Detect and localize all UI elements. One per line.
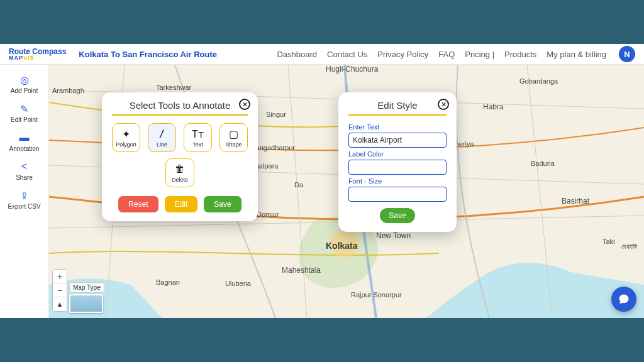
map-label-bengali: দেৱহাটা	[621, 243, 637, 251]
map-label-gobardanga: Gobardanga	[519, 77, 558, 85]
edit-style-panel: ✕ Edit Style Enter Text Label Color Font…	[338, 92, 457, 232]
tool-line[interactable]: 〳 Line	[148, 123, 176, 152]
sidebar-item-label: Edit Point	[11, 116, 38, 123]
tool-label: Polygon	[116, 141, 136, 148]
avatar[interactable]: N	[619, 46, 635, 62]
annotate-tools-panel: ✕ Select Tools to Annotate ✦ Polygon 〳 L…	[102, 92, 258, 221]
sidebar-item-label: Add Point	[11, 87, 38, 94]
map-label-newtown: New Town	[376, 231, 411, 240]
brand-logo[interactable]: Route Compass MAPVIS	[9, 48, 66, 61]
enter-text-label: Enter Text	[348, 123, 447, 131]
brand-subtitle: MAPVIS	[9, 55, 66, 61]
text-icon: Tᴛ	[192, 128, 204, 140]
close-icon[interactable]: ✕	[438, 99, 449, 110]
tool-text[interactable]: Tᴛ Text	[184, 123, 212, 152]
chat-icon	[618, 293, 630, 305]
top-nav: Route Compass MAPVIS Kolkata To San Fran…	[0, 44, 644, 65]
map-label-tarkeshwar: Tarkeshwar	[156, 84, 191, 91]
trash-icon: 🗑	[175, 163, 185, 175]
sidebar-share[interactable]: < Share	[16, 161, 33, 181]
tool-label: Shape	[225, 141, 242, 148]
close-icon[interactable]: ✕	[239, 99, 250, 110]
target-icon: ◎	[20, 74, 29, 85]
map-label-baduria: Baduria	[531, 160, 555, 167]
nav-faq[interactable]: FAQ	[438, 50, 455, 59]
save-button[interactable]: Save	[204, 196, 241, 212]
export-icon: ⇪	[20, 190, 28, 201]
sidebar-edit-point[interactable]: ✎ Edit Point	[11, 103, 38, 123]
map-label-maheshtala: Maheshtala	[282, 266, 321, 275]
sidebar-export-csv[interactable]: ⇪ Export CSV	[8, 190, 40, 210]
tool-label: Delete	[172, 177, 188, 183]
map-label-rajpur: Rajpur Sonarpur	[351, 291, 402, 299]
map-label-hugli: Hugli-Chuchura	[326, 65, 378, 74]
style-save-button[interactable]: Save	[380, 208, 414, 223]
sidebar-item-label: Share	[16, 174, 33, 181]
panel-title: Edit Style	[348, 100, 447, 116]
nav-pricing[interactable]: Pricing |	[465, 50, 494, 59]
page-title: Kolkata To San Francisco Air Route	[79, 50, 217, 59]
pencil-icon: ✎	[20, 103, 28, 114]
left-sidebar: ◎ Add Point ✎ Edit Point ▬ Annotation < …	[0, 65, 49, 318]
map-label-arambagh: Arambagh	[52, 87, 84, 94]
nav-privacy[interactable]: Privacy Policy	[377, 50, 428, 59]
sidebar-item-label: Annotation	[9, 145, 40, 152]
map-label-kolkata: Kolkata	[326, 241, 358, 251]
nav-dashboard[interactable]: Dashboard	[277, 50, 317, 59]
comment-icon: ▬	[19, 132, 29, 143]
shape-icon: ▢	[229, 128, 238, 140]
map-label-domjur: Domjur	[257, 211, 279, 218]
tool-delete[interactable]: 🗑 Delete	[165, 158, 194, 187]
map-label-taki: Taki	[602, 238, 615, 245]
label-color-input[interactable]	[348, 160, 447, 175]
share-icon: <	[21, 161, 27, 172]
nav-plan[interactable]: My plan & billing	[547, 50, 606, 59]
text-input[interactable]	[348, 133, 447, 148]
sidebar-item-label: Export CSV	[8, 203, 40, 210]
zoom-in-button[interactable]: +	[53, 270, 67, 283]
reset-button[interactable]: Reset	[118, 196, 158, 212]
zoom-controls: + − ▲	[52, 269, 67, 312]
north-arrow-button[interactable]: ▲	[53, 297, 67, 311]
map-label-da: Da	[294, 181, 303, 189]
tool-polygon[interactable]: ✦ Polygon	[112, 123, 140, 152]
map-type-toggle[interactable]: Map Type	[69, 282, 104, 293]
basemap-thumbnail[interactable]	[69, 294, 103, 313]
tool-label: Line	[157, 141, 167, 148]
label-color-label: Label Color	[348, 150, 447, 158]
zoom-out-button[interactable]: −	[53, 283, 67, 297]
edit-button[interactable]: Edit	[165, 196, 198, 212]
map-canvas[interactable]: Kolkata New Town Habra Basirhat Maheshta…	[49, 65, 644, 318]
nav-contact[interactable]: Contact Us	[327, 50, 367, 59]
line-icon: 〳	[157, 128, 167, 140]
map-label-singur: Singur	[266, 111, 286, 118]
sidebar-annotation[interactable]: ▬ Annotation	[9, 132, 40, 152]
tool-label: Text	[192, 141, 203, 148]
sidebar-add-point[interactable]: ◎ Add Point	[11, 74, 38, 94]
tool-shape[interactable]: ▢ Shape	[219, 123, 248, 152]
polygon-icon: ✦	[122, 128, 130, 140]
chat-button[interactable]	[611, 287, 636, 312]
map-label-basirhat: Basirhat	[562, 197, 589, 206]
map-label-uluberia: Uluberia	[225, 280, 251, 287]
map-label-bagnan: Bagnan	[156, 278, 180, 286]
nav-products[interactable]: Products	[504, 50, 536, 59]
map-label-habra: Habra	[483, 102, 504, 111]
app-window: Route Compass MAPVIS Kolkata To San Fran…	[0, 44, 644, 318]
font-size-label: Font - Size	[348, 177, 447, 185]
panel-title: Select Tools to Annotate	[112, 100, 248, 116]
font-size-input[interactable]	[348, 187, 447, 202]
